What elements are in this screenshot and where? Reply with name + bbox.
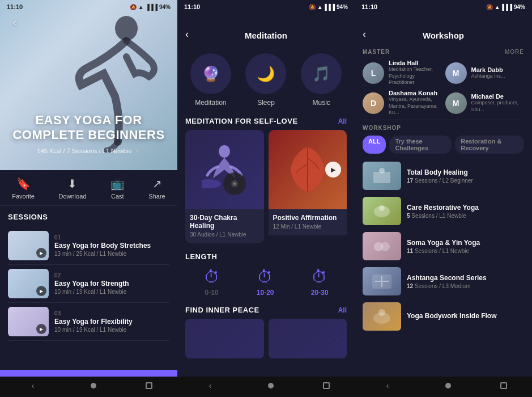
panel-workshop: 11:10 🔕 ▲▐▐▐ 94% ‹ Workshop MASTER MORE … (355, 0, 532, 397)
music-icon: 🎵 (301, 53, 342, 94)
signal-p2: ▲▐▐▐ (317, 4, 335, 10)
thumb-ashtanga (363, 267, 401, 295)
battery-p1: 94% (159, 4, 171, 10)
battery-p3: 94% (514, 4, 525, 10)
status-icons-p1: 🔕 ▲ ▐▐▐ 94% (130, 4, 171, 10)
gauge-0-10: ⏱ (204, 268, 220, 286)
nav-recents-p3[interactable] (500, 382, 507, 389)
info-care: Care Restorative Yoga 5 Sessions / L1 Ne… (407, 204, 479, 219)
sessions-section: SESSIONS ▶ 01 Easy Yoga for Body Stretch… (0, 206, 177, 341)
master-linda[interactable]: L Linda Hall Meditation Teacher, Psychol… (363, 60, 442, 86)
session-info-1: 01 Easy Yoga for Body Stretches 13 min /… (54, 234, 151, 257)
master-info-linda: Linda Hall Meditation Teacher, Psycholog… (389, 60, 442, 86)
category-meditation[interactable]: 🔮 Meditation (190, 53, 231, 107)
nav-bar-p2: ‹ (177, 377, 355, 397)
signal-icon: ▐▐▐ (146, 4, 158, 10)
master-label: MASTER (363, 49, 390, 55)
avatar-mark: M (445, 62, 467, 84)
workshop-ashtanga[interactable]: Ashtanga Second Series 12 Sessions / L3 … (363, 265, 524, 298)
nav-home-p1[interactable] (91, 383, 96, 388)
filter-all[interactable]: ALL (363, 136, 386, 154)
session-item[interactable]: ▶ 02 Easy Yoga for Strength 10 min / 19 … (8, 265, 169, 303)
length-20-30[interactable]: ⏱ 20-30 (311, 268, 329, 297)
session-item[interactable]: ▶ 01 Easy Yoga for Body Stretches 13 min… (8, 227, 169, 265)
card-leaf-image: ▶ (269, 130, 347, 209)
share-button[interactable]: ↗ Share (148, 177, 165, 200)
back-button-p3[interactable]: ‹ (363, 28, 366, 40)
find-card-1[interactable] (185, 319, 264, 358)
hero-subtitle: 145 Kcal / 7 Sessions / L1 Newbie ▼ (0, 147, 177, 154)
gauge-20-30: ⏱ (312, 268, 327, 286)
thumb-svg-4 (371, 272, 393, 292)
nav-back-p1[interactable]: ‹ (25, 379, 41, 392)
svg-point-7 (379, 168, 385, 174)
info-soma: Soma Yoga & Yin Yoga 11 Sessions / L1 Ne… (407, 239, 480, 254)
cast-button[interactable]: 📺 Cast (110, 177, 125, 200)
thumb-svg-5 (371, 307, 393, 327)
card-chakra[interactable]: 30-Day Chakra Healing 30 Audios / L1 New… (185, 130, 264, 243)
master-info-mark: Mark Dabb Ashtanga Ins... (471, 66, 505, 80)
filter-challenges[interactable]: Try these Challenges (389, 136, 452, 154)
session-item[interactable]: ▶ 03 Easy Yoga for Flexibility 10 min / … (8, 303, 169, 341)
more-label[interactable]: MORE (505, 49, 524, 55)
nav-home-p3[interactable] (445, 383, 451, 388)
info-total-body: Total Body Healing 17 Sessions / L2 Begi… (407, 168, 473, 184)
panel-meditation: 11:10 🔕 ▲▐▐▐ 94% ‹ Meditation 🔮 Meditati… (177, 0, 355, 397)
nav-back-p2[interactable]: ‹ (202, 379, 219, 392)
workshop-total-body[interactable]: Total Body Healing 17 Sessions / L2 Begi… (363, 159, 524, 192)
workshop-bodywork[interactable]: Yoga Bodywork Inside Flow (363, 300, 524, 333)
card-affirmation[interactable]: ▶ Positive Affirmation 12 Min / L1 Newbi… (269, 130, 347, 243)
time-p3: 11:10 (361, 3, 377, 10)
length-0-10[interactable]: ⏱ 0-10 (204, 268, 220, 297)
nav-home-p2[interactable] (268, 383, 274, 388)
master-info-michael: Michael De Composer, producer, Sou... (471, 93, 525, 113)
thumb-care (363, 197, 401, 225)
avatar-linda: L (363, 62, 384, 84)
time-p2: 11:10 (184, 3, 200, 10)
card-chakra-image (185, 130, 264, 209)
master-mark[interactable]: M Mark Dabb Ashtanga Ins... (445, 60, 525, 86)
nav-back-p3[interactable]: ‹ (380, 379, 396, 392)
length-items: ⏱ 0-10 ⏱ 10-20 ⏱ 20-30 (185, 268, 347, 297)
cast-icon: 📺 (110, 177, 125, 191)
favorite-button[interactable]: 🔖 Favorite (12, 177, 35, 200)
meditation-icon: 🔮 (190, 53, 231, 94)
nav-recents-p1[interactable] (146, 382, 152, 389)
category-music[interactable]: 🎵 Music (301, 53, 342, 107)
master-info-dashama: Dashama Konah Vinyasa, Ayurveda, Mantra,… (389, 90, 442, 116)
workshop-soma-yoga[interactable]: Soma Yoga & Yin Yoga 11 Sessions / L1 Ne… (363, 230, 524, 263)
chakra-figure (202, 141, 247, 198)
length-10-20[interactable]: ⏱ 10-20 (257, 268, 274, 297)
back-button-p2[interactable]: ‹ (185, 28, 189, 40)
master-michael[interactable]: M Michael De Composer, producer, Sou... (445, 90, 525, 116)
avatar-dashama: D (363, 92, 384, 114)
signal-p3: ▲▐▐▐ (495, 4, 512, 10)
wifi-icon: ▲ (138, 4, 144, 10)
time-p1: 11:10 (7, 3, 23, 10)
svg-point-11 (381, 242, 390, 251)
page-title-p3: Workshop (423, 31, 464, 40)
master-dashama[interactable]: D Dashama Konah Vinyasa, Ayurveda, Mantr… (363, 90, 442, 116)
back-button-p1[interactable]: ‹ (7, 15, 23, 31)
length-title: LENGTH (185, 252, 347, 261)
battery-p2: 94% (337, 4, 348, 10)
workshop-list: Total Body Healing 17 Sessions / L2 Begi… (363, 159, 524, 333)
find-peace-all[interactable]: All (338, 306, 347, 314)
info-ashtanga: Ashtanga Second Series 12 Sessions / L3 … (407, 274, 487, 289)
workshop-care-restorative[interactable]: Care Restorative Yoga 5 Sessions / L1 Ne… (363, 195, 524, 227)
session-info-2: 02 Easy Yoga for Strength 10 min / 19 Kc… (54, 272, 129, 295)
play-button-affirmation[interactable]: ▶ (325, 162, 341, 178)
category-sleep[interactable]: 🌙 Sleep (245, 53, 286, 107)
self-love-all[interactable]: All (338, 117, 347, 125)
filter-restoration[interactable]: Restoration & Recovery (455, 136, 524, 154)
master-section: MASTER MORE L Linda Hall Meditation Teac… (355, 43, 532, 120)
meditation-cards: 30-Day Chakra Healing 30 Audios / L1 New… (177, 130, 355, 250)
find-peace-title: FIND INNER PEACE (185, 306, 259, 314)
status-bar-p3: 11:10 🔕 ▲▐▐▐ 94% (355, 0, 532, 14)
thumb-soma (363, 232, 401, 260)
silent-icon-p2: 🔕 (309, 4, 316, 10)
download-button[interactable]: ⬇ Download (58, 177, 86, 200)
find-card-2[interactable] (269, 319, 347, 358)
gauge-10-20: ⏱ (257, 268, 273, 286)
nav-recents-p2[interactable] (323, 382, 330, 389)
